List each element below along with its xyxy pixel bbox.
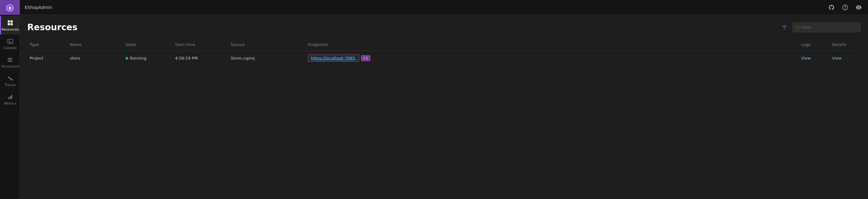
endpoint-badge[interactable]: +1 <box>361 55 370 61</box>
svg-rect-16 <box>9 78 11 79</box>
status-label: Running <box>130 56 146 61</box>
main-content: EShopAdmin <box>20 0 868 199</box>
logs-view-link[interactable]: View <box>801 56 811 61</box>
sidebar-item-label: Console <box>3 46 17 50</box>
col-details: Details <box>830 41 861 48</box>
details-view-link[interactable]: View <box>832 56 842 61</box>
github-icon[interactable] <box>827 3 836 12</box>
sidebar-item-label: Traces <box>5 83 16 87</box>
svg-point-24 <box>845 8 845 9</box>
sidebar-item-structured[interactable]: Structured <box>0 53 20 72</box>
svg-point-14 <box>8 61 8 62</box>
topbar-icons <box>827 3 863 12</box>
col-state: State <box>123 41 173 48</box>
trace-icon <box>7 75 13 82</box>
app-title: EShopAdmin <box>25 5 52 10</box>
svg-point-25 <box>797 26 799 28</box>
svg-rect-10 <box>8 59 12 60</box>
cell-endpoints: https://localhost:7085, +1 <box>306 53 799 63</box>
endpoint-url-link[interactable]: https://localhost:7085, <box>308 54 359 62</box>
settings-icon[interactable] <box>855 3 863 12</box>
sidebar-item-metrics[interactable]: Metrics <box>0 90 20 109</box>
filter-input[interactable] <box>802 25 857 30</box>
sidebar-item-label: Structured <box>1 65 19 69</box>
svg-rect-11 <box>8 61 12 62</box>
table-header: Type Name State Start time Source Endpoi… <box>27 39 861 51</box>
svg-rect-15 <box>8 77 9 78</box>
svg-rect-22 <box>11 95 12 99</box>
status-dot <box>126 57 128 59</box>
cell-state: Running <box>123 54 173 62</box>
col-endpoints: Endpoints <box>306 41 799 48</box>
svg-rect-20 <box>8 97 9 99</box>
page-title: Resources <box>27 22 78 32</box>
col-start-time: Start time <box>173 41 228 48</box>
svg-rect-6 <box>10 23 13 25</box>
cell-name: store <box>67 54 123 62</box>
content-area: Resources Ty <box>20 15 868 199</box>
sidebar-item-traces[interactable]: Traces <box>0 72 20 90</box>
svg-line-26 <box>799 28 799 29</box>
cell-source: Store.csproj <box>228 54 306 62</box>
sidebar-item-console[interactable]: Console <box>0 35 20 53</box>
cell-type: Project <box>27 54 67 62</box>
svg-rect-5 <box>8 23 10 25</box>
svg-rect-17 <box>11 79 13 80</box>
help-icon[interactable] <box>841 3 849 12</box>
sidebar-item-label: Resources <box>2 28 19 32</box>
cell-logs: View <box>799 54 830 62</box>
svg-point-13 <box>8 59 8 60</box>
header-actions <box>779 23 861 32</box>
svg-rect-21 <box>9 96 10 99</box>
sidebar: Resources Console Structured <box>0 0 20 199</box>
col-logs: Logs <box>799 41 830 48</box>
table-row: Project store Running 4:56:19 PM Store.c… <box>27 51 861 66</box>
page-header: Resources <box>27 22 861 32</box>
cell-details: View <box>830 54 861 62</box>
terminal-icon <box>7 38 13 45</box>
app-logo <box>0 0 20 15</box>
cell-start-time: 4:56:19 PM <box>173 54 228 62</box>
col-name: Name <box>67 41 123 48</box>
list-icon <box>7 56 13 63</box>
sidebar-item-label: Metrics <box>4 102 17 106</box>
svg-rect-7 <box>8 39 13 43</box>
col-source: Source <box>228 41 306 48</box>
status-running: Running <box>126 56 170 61</box>
svg-rect-9 <box>8 58 12 58</box>
filter-icon[interactable] <box>779 23 789 32</box>
svg-rect-3 <box>8 21 10 23</box>
search-icon <box>796 25 800 30</box>
sidebar-item-resources[interactable]: Resources <box>0 16 20 35</box>
topbar: EShopAdmin <box>20 0 868 15</box>
grid-icon <box>7 19 13 26</box>
chart-icon <box>7 93 13 100</box>
col-type: Type <box>27 41 67 48</box>
search-box[interactable] <box>793 23 861 32</box>
resources-table: Type Name State Start time Source Endpoi… <box>27 39 861 66</box>
svg-point-12 <box>8 58 8 58</box>
svg-rect-4 <box>10 21 13 23</box>
